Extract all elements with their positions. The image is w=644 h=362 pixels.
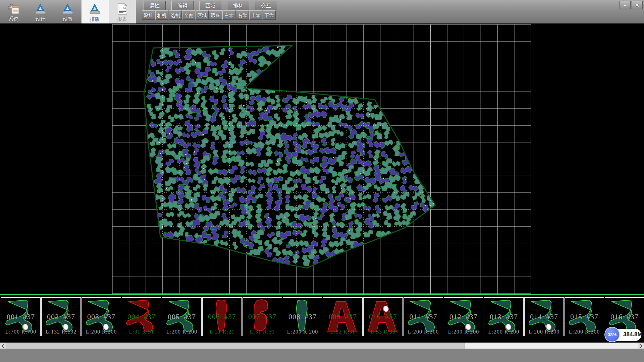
tool-button-5[interactable]: 瑕疵	[209, 10, 222, 20]
nesting-canvas[interactable]	[0, 23, 644, 294]
scrollbar-thumb[interactable]	[6, 343, 465, 349]
thumbnail-lr-counts: L:200 R:200	[404, 329, 443, 335]
thumbnail-id: 013_#37	[484, 312, 523, 321]
memory-percent-badge: 38%	[604, 327, 620, 342]
scroll-right-arrow-icon[interactable]: ❯	[638, 343, 644, 349]
tool-button-bar: 聚排相机选割全割区域瑕疵左靠右靠上靠下靠	[142, 10, 276, 20]
tool-button-8[interactable]: 上靠	[249, 10, 262, 20]
tool-button-7[interactable]: 右靠	[236, 10, 249, 20]
thumbnail-id: 009_#37	[323, 312, 362, 321]
module-button-layout[interactable]: 排版	[82, 0, 109, 23]
thumbnail-cell-013_#37[interactable]: 013_#37L:200 R:200	[484, 297, 524, 336]
minimize-button[interactable]: –	[620, 1, 631, 9]
tool-button-4[interactable]: 区域	[196, 10, 209, 20]
memory-percent: 38%	[608, 332, 616, 337]
memory-value: 384.8M	[623, 331, 642, 338]
thumbnail-cell-012_#37[interactable]: 012_#37L:200 R:200	[444, 297, 483, 336]
thumbnail-id: 008_#37	[283, 312, 322, 321]
scroll-left-arrow-icon[interactable]: ❮	[0, 343, 6, 349]
menu-tab-2[interactable]: 区域	[199, 1, 221, 10]
tool-button-9[interactable]: 下靠	[263, 10, 276, 20]
thumbnail-lr-counts: L:200 R:200	[162, 329, 201, 335]
thumbnail-cell-004_#37[interactable]: 004_#37L:31 R:31	[122, 297, 161, 336]
thumbnail-cell-005_#37[interactable]: 005_#37L:200 R:200	[162, 297, 202, 336]
thumbnail-cell-010_#37[interactable]: 010_#37L:33 R:33	[363, 297, 403, 336]
thumbnail-cell-006_#37[interactable]: 006_#37L:21 R:21	[202, 297, 242, 336]
thumbnail-cell-001_#37[interactable]: 001_#37L:700 R:700	[1, 297, 41, 336]
thumbnail-lr-counts: L:31 R:31	[243, 329, 282, 335]
tool-button-0[interactable]: 聚排	[142, 10, 155, 20]
module-button-system[interactable]: 系统	[0, 0, 27, 23]
thumbnail-id: 006_#37	[203, 312, 241, 321]
thumbnail-cell-003_#37[interactable]: 003_#37L:200 R:200	[82, 297, 121, 336]
tool-button-1[interactable]: 相机	[155, 10, 168, 20]
thumbnail-lr-counts: L:31 R:31	[122, 329, 161, 335]
status-bar	[0, 349, 644, 362]
thumbnail-lr-counts: L:132 R:132	[42, 329, 80, 335]
tool-button-3[interactable]: 全割	[182, 10, 195, 20]
thumbnail-lr-counts: L:32 R:31	[323, 329, 362, 335]
module-button-report[interactable]: 报表	[109, 0, 136, 23]
menu-tab-0[interactable]: 属性	[144, 1, 166, 10]
settings-ruler-icon	[62, 2, 74, 16]
menu-tab-1[interactable]: 编辑	[171, 1, 194, 10]
thumbnail-id: 002_#37	[42, 312, 80, 321]
system-gear-icon	[7, 2, 20, 16]
thumbnail-id: 007_#37	[243, 312, 282, 321]
menu-tab-bar: 属性编辑区域排料交互	[144, 1, 277, 10]
thumbnail-lr-counts: L:200 R:200	[565, 329, 604, 335]
thumbnail-lr-counts: L:21 R:21	[203, 329, 241, 335]
thumbnail-id: 003_#37	[82, 312, 121, 321]
thumbnail-id: 010_#37	[364, 312, 402, 321]
main-toolbar: 系统 设计 设置	[0, 0, 644, 24]
window-controls: – ✕	[620, 1, 643, 9]
canvas-scene	[0, 23, 644, 294]
thumbnail-id: 012_#37	[444, 312, 483, 321]
horizontal-scrollbar[interactable]: ❮ ❯	[0, 343, 644, 349]
thumbnail-id: 001_#37	[1, 312, 40, 321]
thumbnail-cell-015_#37[interactable]: 015_#37L:200 R:200	[565, 297, 604, 336]
thumbnail-lr-counts: L:200 R:200	[82, 329, 121, 335]
module-button-label: 设置	[63, 16, 73, 22]
thumbnail-cell-009_#37[interactable]: 009_#37L:32 R:31	[323, 297, 363, 336]
module-button-design[interactable]: 设计	[27, 0, 54, 23]
thumbnail-cell-014_#37[interactable]: 014_#37L:200 R:200	[524, 297, 564, 336]
thumbnail-cells: 001_#37L:700 R:700002_#37L:132 R:132003_…	[1, 297, 644, 336]
thumbnail-id: 016_#37	[605, 312, 644, 321]
menu-tab-4[interactable]: 交互	[255, 1, 277, 10]
menu-tab-3[interactable]: 排料	[227, 1, 249, 10]
module-button-label: 设计	[36, 16, 46, 22]
thumbnail-cell-011_#37[interactable]: 011_#37L:200 R:200	[404, 297, 443, 336]
close-button[interactable]: ✕	[632, 1, 643, 9]
thumbnail-id: 011_#37	[404, 312, 443, 321]
tool-button-6[interactable]: 左靠	[222, 10, 235, 20]
thumbnail-cell-007_#37[interactable]: 007_#37L:31 R:31	[243, 297, 282, 336]
thumbnail-id: 004_#37	[122, 312, 161, 321]
module-button-label: 排版	[90, 16, 100, 22]
thumbnail-cell-002_#37[interactable]: 002_#37L:132 R:132	[41, 297, 81, 336]
module-button-settings[interactable]: 设置	[54, 0, 82, 23]
layout-ruler-icon	[89, 2, 101, 16]
thumbnail-lr-counts: L:33 R:33	[364, 329, 402, 335]
module-button-label: 系统	[8, 16, 18, 22]
tool-button-2[interactable]: 选割	[169, 10, 182, 20]
piece-thumbnail-strip: 001_#37L:700 R:700002_#37L:132 R:132003_…	[0, 294, 644, 343]
thumbnail-lr-counts: L:200 R:200	[283, 329, 322, 335]
thumbnail-id: 005_#37	[162, 312, 201, 321]
thumbnail-lr-counts: L:200 R:200	[444, 329, 483, 335]
thumbnail-id: 014_#37	[525, 312, 564, 321]
thumbnail-lr-counts: L:200 R:200	[525, 329, 564, 335]
thumbnail-lr-counts: L:700 R:700	[1, 329, 40, 335]
thumbnail-lr-counts: L:200 R:200	[484, 329, 523, 335]
app-module-buttons: 系统 设计 设置	[0, 0, 136, 23]
thumbnail-id: 015_#37	[565, 312, 604, 321]
design-ruler-icon	[35, 2, 47, 16]
module-button-label: 报表	[117, 16, 127, 22]
report-document-icon	[116, 2, 128, 16]
thumbnail-cell-008_#37[interactable]: 008_#37L:200 R:200	[283, 297, 322, 336]
